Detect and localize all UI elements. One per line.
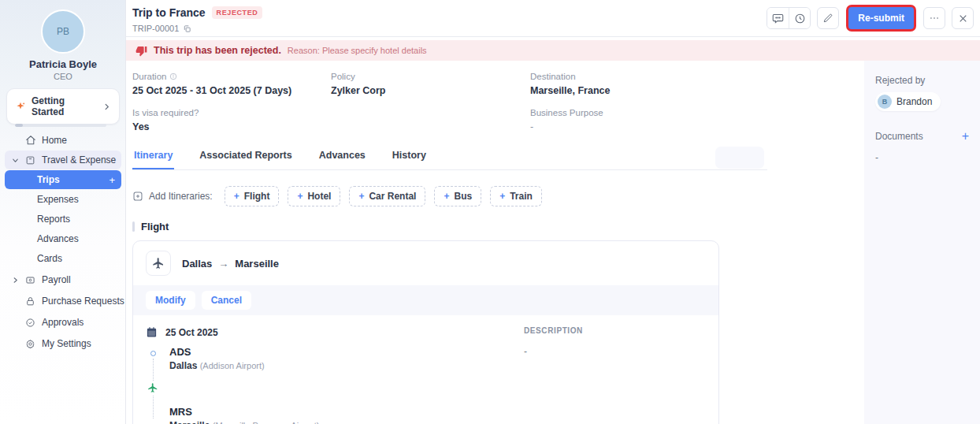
getting-started-label: Getting Started	[32, 95, 97, 117]
approver-chip[interactable]: B Brandon	[875, 92, 941, 111]
tab-strip-overflow	[715, 147, 764, 169]
comments-button[interactable]	[767, 8, 789, 28]
close-button[interactable]	[952, 7, 974, 29]
banner-reason: Reason: Please specify hotel details	[288, 46, 427, 55]
flight-date: 25 Oct 2025	[165, 327, 218, 338]
sidebar-item-cards[interactable]: Cards	[5, 249, 121, 268]
sidebar-item-payroll[interactable]: Payroll	[5, 270, 121, 289]
resubmit-button[interactable]: Re-submit	[848, 7, 914, 29]
gear-icon	[25, 339, 36, 349]
sidebar-item-my-settings[interactable]: My Settings	[5, 334, 121, 353]
getting-started-card[interactable]: Getting Started	[6, 88, 120, 125]
header-icon-group	[767, 7, 811, 29]
tab-bar: Itinerary Associated Reports Advances Hi…	[132, 148, 767, 170]
sidebar: PB Patricia Boyle CEO Getting Started Ho…	[0, 0, 126, 424]
tab-advances[interactable]: Advances	[317, 148, 367, 169]
banner-message: This trip has been rejected.	[154, 45, 281, 56]
origin-stop: ADS Dallas (Addison Airport)	[169, 346, 706, 371]
documents-value: -	[875, 152, 969, 163]
flight-actions: Modify Cancel	[133, 285, 718, 315]
plane-icon	[146, 251, 171, 276]
flight-timeline: ADS Dallas (Addison Airport) MRS Marseil…	[146, 346, 706, 424]
add-trip-plus-icon[interactable]: +	[109, 174, 115, 186]
user-role: CEO	[0, 72, 126, 81]
add-document-button[interactable]: +	[962, 130, 969, 143]
add-itineraries-label: Add Itineraries:	[149, 191, 213, 202]
add-hotel-button[interactable]: +Hotel	[288, 186, 340, 206]
rejection-banner: This trip has been rejected. Reason: Ple…	[126, 40, 980, 61]
sidebar-item-home[interactable]: Home	[5, 131, 121, 150]
home-icon	[25, 135, 36, 146]
check-circle-icon	[25, 318, 36, 328]
tab-history[interactable]: History	[391, 148, 428, 169]
chevron-right-icon	[11, 276, 20, 285]
info-icon	[169, 73, 177, 80]
flight-route: Dallas → Marseille	[182, 258, 279, 270]
field-duration: Duration 25 Oct 2025 - 31 Oct 2025 (7 Da…	[132, 72, 331, 96]
origin-dot	[150, 351, 156, 356]
sidebar-item-expenses[interactable]: Expenses	[5, 190, 121, 209]
flight-section-heading: Flight	[132, 221, 864, 232]
trip-id: TRIP-00001	[132, 24, 179, 33]
edit-button[interactable]	[817, 7, 839, 29]
cancel-button[interactable]: Cancel	[202, 291, 251, 310]
approver-avatar: B	[878, 95, 892, 109]
chevron-right-icon	[102, 102, 111, 111]
flight-description: DESCRIPTION -	[524, 326, 583, 357]
status-badge: REJECTED	[212, 6, 263, 19]
user-name: Patricia Boyle	[0, 58, 126, 70]
chevron-down-icon	[11, 156, 20, 165]
add-car-rental-button[interactable]: +Car Rental	[349, 186, 425, 206]
rejected-by-label: Rejected by	[875, 75, 969, 86]
documents-label: Documents	[875, 131, 923, 142]
sidebar-item-reports[interactable]: Reports	[5, 210, 121, 229]
add-itineraries-row: Add Itineraries: +Flight +Hotel +Car Ren…	[132, 186, 864, 206]
sidebar-item-approvals[interactable]: Approvals	[5, 313, 121, 332]
sidebar-item-purchase-requests[interactable]: Purchase Requests	[5, 292, 121, 311]
arrow-right-icon: →	[218, 258, 228, 270]
field-visa: Is visa required? Yes	[132, 108, 331, 132]
add-flight-button[interactable]: +Flight	[225, 186, 280, 206]
sparkle-icon	[15, 101, 26, 112]
sidebar-item-advances[interactable]: Advances	[5, 229, 121, 248]
history-button[interactable]	[789, 8, 810, 28]
calendar-icon	[146, 326, 158, 338]
user-avatar[interactable]: PB	[41, 9, 85, 54]
tab-itinerary[interactable]: Itinerary	[132, 148, 174, 169]
sidebar-item-travel-expense[interactable]: Travel & Expense	[5, 151, 121, 169]
thumbs-down-icon	[135, 45, 147, 57]
field-policy: Policy Zylker Corp	[331, 72, 530, 96]
right-panel: Rejected by B Brandon Documents + -	[864, 61, 980, 424]
lock-icon	[25, 296, 36, 307]
approver-name: Brandon	[896, 96, 932, 107]
sidebar-nav: Home Travel & Expense Trips + Expenses R…	[0, 131, 126, 354]
field-business-purpose: Business Purpose -	[530, 108, 864, 132]
add-bus-button[interactable]: +Bus	[434, 186, 481, 206]
plane-route-icon	[147, 381, 158, 395]
page-title: Trip to France	[132, 6, 206, 19]
destination-stop: MRS Marseille (Marseille Provence Airpor…	[169, 406, 706, 424]
modify-button[interactable]: Modify	[146, 291, 195, 310]
sidebar-item-trips[interactable]: Trips +	[5, 170, 121, 189]
topbar: Trip to France REJECTED TRIP-00001 Re-su…	[126, 0, 980, 37]
copy-icon[interactable]	[183, 24, 191, 33]
more-button[interactable]	[923, 7, 945, 29]
getting-started-progress	[15, 124, 106, 127]
trip-details: Duration 25 Oct 2025 - 31 Oct 2025 (7 Da…	[132, 72, 864, 132]
flight-card: Dallas → Marseille Modify Cancel 25 Oct …	[132, 240, 719, 424]
travel-expense-icon	[25, 155, 36, 166]
tab-associated-reports[interactable]: Associated Reports	[198, 148, 293, 169]
add-itinerary-icon	[132, 191, 143, 202]
payroll-icon	[25, 275, 36, 285]
main-content: Duration 25 Oct 2025 - 31 Oct 2025 (7 Da…	[126, 61, 864, 424]
add-train-button[interactable]: +Train	[490, 186, 542, 206]
field-destination: Destination Marseille, France	[530, 72, 864, 96]
